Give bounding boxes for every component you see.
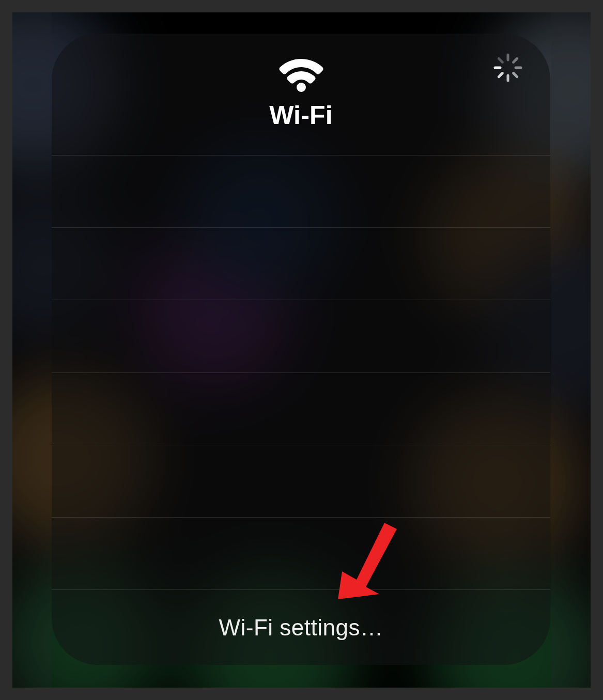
svg-line-6 (499, 73, 502, 77)
svg-point-0 (297, 83, 306, 92)
panel-title: Wi-Fi (269, 100, 333, 130)
network-list (52, 155, 550, 589)
network-row-empty (52, 228, 550, 300)
network-row-empty (52, 518, 550, 589)
wifi-icon (279, 59, 323, 92)
panel-header: Wi-Fi (52, 34, 550, 155)
background-strip-left (12, 0, 52, 700)
network-row-empty (52, 155, 550, 228)
background-strip-right (551, 0, 591, 700)
svg-line-8 (499, 58, 502, 62)
network-row-empty (52, 373, 550, 445)
wifi-settings-button[interactable]: Wi-Fi settings… (52, 589, 550, 665)
loading-spinner-icon (492, 52, 523, 83)
wifi-settings-label: Wi-Fi settings… (219, 615, 383, 641)
svg-line-2 (514, 58, 517, 62)
svg-line-4 (514, 73, 517, 77)
network-row-empty (52, 445, 550, 518)
network-row-empty (52, 300, 550, 372)
wifi-panel: Wi-Fi Wi-Fi settings… (52, 34, 550, 665)
